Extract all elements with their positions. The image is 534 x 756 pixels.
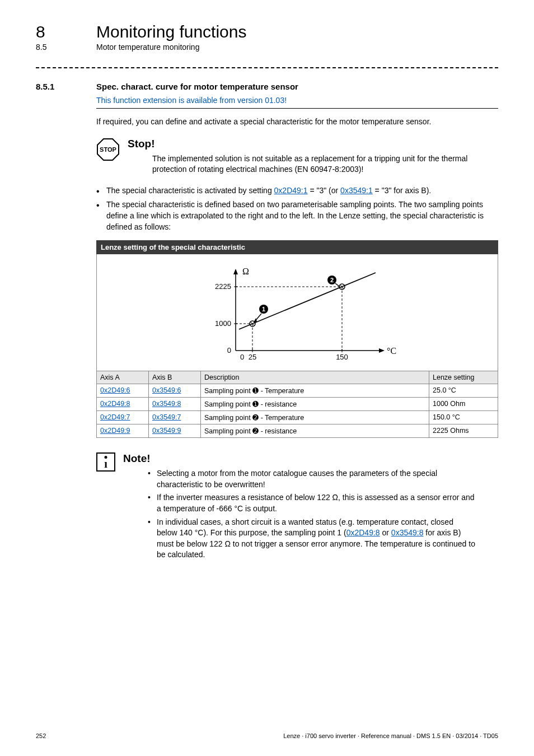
param-link[interactable]: 0x3549:8 bbox=[152, 400, 181, 408]
bullet-list: The special characteristic is activated … bbox=[96, 185, 498, 232]
param-link[interactable]: 0x2D49:8 bbox=[346, 528, 380, 537]
footer-meta: Lenze · i700 servo inverter · Reference … bbox=[283, 732, 498, 739]
setting-value: 1000 Ohm bbox=[429, 398, 498, 411]
list-item: The special characteristic is activated … bbox=[96, 185, 498, 197]
list-item: The special characteristic is defined ba… bbox=[96, 199, 498, 232]
text-fragment: Sampling point bbox=[204, 400, 252, 408]
circled-number-icon: ➋ bbox=[252, 413, 259, 422]
svg-marker-5 bbox=[379, 348, 385, 353]
param-link[interactable]: 0x2D49:7 bbox=[100, 413, 130, 421]
setting-value: 2225 Ohms bbox=[429, 424, 498, 438]
subsection-number: 8.5.1 bbox=[36, 82, 69, 91]
section-number: 8.5 bbox=[36, 43, 69, 52]
param-link[interactable]: 0x2D49:6 bbox=[100, 386, 130, 394]
x-axis-label: °C bbox=[387, 346, 396, 356]
table-row: 0x2D49:6 0x3549:6 Sampling point ➊ - Tem… bbox=[97, 384, 498, 398]
svg-line-20 bbox=[239, 273, 376, 329]
text-fragment: = "3" for axis B). bbox=[373, 186, 431, 195]
list-item: In individual cases, a short circuit is … bbox=[148, 517, 476, 561]
text-fragment: - Temperature bbox=[259, 387, 304, 395]
note-heading: Note! bbox=[123, 452, 498, 465]
text-fragment: Sampling point bbox=[204, 387, 252, 395]
section-title: Motor temperature monitoring bbox=[96, 43, 199, 52]
page-number: 252 bbox=[36, 732, 46, 739]
y-axis-label: Ω bbox=[242, 267, 249, 276]
param-link[interactable]: 0x2D49:1 bbox=[274, 186, 308, 195]
figure-caption: Lenze setting of the special characteris… bbox=[96, 240, 498, 254]
list-item: Selecting a motor from the motor catalog… bbox=[148, 468, 476, 490]
param-link[interactable]: 0x3549:6 bbox=[152, 386, 181, 394]
text-fragment: = "3" (or bbox=[308, 186, 341, 195]
circled-number-icon: ➋ bbox=[252, 427, 259, 435]
stop-heading: Stop! bbox=[128, 138, 498, 150]
svg-text:150: 150 bbox=[336, 353, 348, 361]
table-row: 0x2D49:7 0x3549:7 Sampling point ➋ - Tem… bbox=[97, 411, 498, 424]
svg-text:1000: 1000 bbox=[215, 319, 231, 328]
param-link[interactable]: 0x2D49:9 bbox=[100, 427, 130, 435]
param-link[interactable]: 0x2D49:8 bbox=[100, 400, 130, 408]
text-fragment: - Temperature bbox=[259, 414, 304, 422]
text-fragment: or bbox=[380, 528, 391, 537]
note-callout: ı Note! Selecting a motor from the motor… bbox=[96, 452, 498, 563]
parameter-table: Axis A Axis B Description Lenze setting … bbox=[96, 371, 498, 438]
col-axis-b: Axis B bbox=[149, 371, 201, 384]
version-note: This function extension is available fro… bbox=[96, 96, 498, 105]
chapter-title: Monitoring functions bbox=[96, 22, 246, 41]
svg-text:STOP: STOP bbox=[100, 146, 116, 153]
subsection-title: Spec. charact. curve for motor temperatu… bbox=[96, 82, 298, 91]
marker-2: 2 bbox=[327, 276, 340, 287]
list-item: If the inverter measures a resistance of… bbox=[148, 492, 476, 514]
svg-text:2225: 2225 bbox=[215, 282, 231, 291]
text-fragment: Sampling point bbox=[204, 414, 252, 422]
text-fragment: Sampling point bbox=[204, 427, 252, 435]
col-description: Description bbox=[201, 371, 429, 384]
stop-icon: STOP bbox=[96, 138, 120, 163]
svg-text:0: 0 bbox=[240, 353, 244, 361]
text-fragment: - resistance bbox=[259, 400, 297, 408]
svg-text:1: 1 bbox=[262, 306, 265, 312]
intro-paragraph: If required, you can define and activate… bbox=[96, 116, 498, 128]
col-axis-a: Axis A bbox=[97, 371, 149, 384]
figure-box: Lenze setting of the special characteris… bbox=[96, 240, 498, 438]
param-link[interactable]: 0x3549:1 bbox=[340, 186, 373, 195]
text-fragment: The special characteristic is activated … bbox=[106, 186, 274, 195]
col-lenze-setting: Lenze setting bbox=[429, 371, 498, 384]
param-link[interactable]: 0x3549:9 bbox=[152, 427, 181, 435]
setting-value: 25.0 °C bbox=[429, 384, 498, 398]
table-row: 0x2D49:8 0x3549:8 Sampling point ➊ - res… bbox=[97, 398, 498, 411]
svg-marker-4 bbox=[233, 269, 238, 274]
divider-solid bbox=[96, 108, 498, 109]
characteristic-chart: Ω °C 2225 1000 0 0 25 150 bbox=[168, 261, 426, 367]
text-fragment: - resistance bbox=[259, 427, 297, 435]
stop-callout: STOP Stop! The implemented solution is n… bbox=[96, 138, 498, 175]
svg-text:0: 0 bbox=[227, 346, 231, 354]
info-icon: ı bbox=[96, 452, 115, 472]
circled-number-icon: ➊ bbox=[252, 386, 259, 395]
param-link[interactable]: 0x3549:8 bbox=[391, 528, 424, 537]
setting-value: 150.0 °C bbox=[429, 411, 498, 424]
divider-dashed bbox=[36, 67, 498, 68]
circled-number-icon: ➊ bbox=[252, 400, 259, 408]
svg-text:2: 2 bbox=[330, 277, 334, 283]
chapter-number: 8 bbox=[36, 22, 69, 41]
param-link[interactable]: 0x3549:7 bbox=[152, 413, 181, 421]
chart-panel: Ω °C 2225 1000 0 0 25 150 bbox=[96, 254, 498, 371]
note-list: Selecting a motor from the motor catalog… bbox=[148, 468, 476, 561]
svg-text:25: 25 bbox=[249, 353, 256, 361]
stop-text: The implemented solution is not suitable… bbox=[152, 153, 476, 175]
table-row: 0x2D49:9 0x3549:9 Sampling point ➋ - res… bbox=[97, 424, 498, 438]
